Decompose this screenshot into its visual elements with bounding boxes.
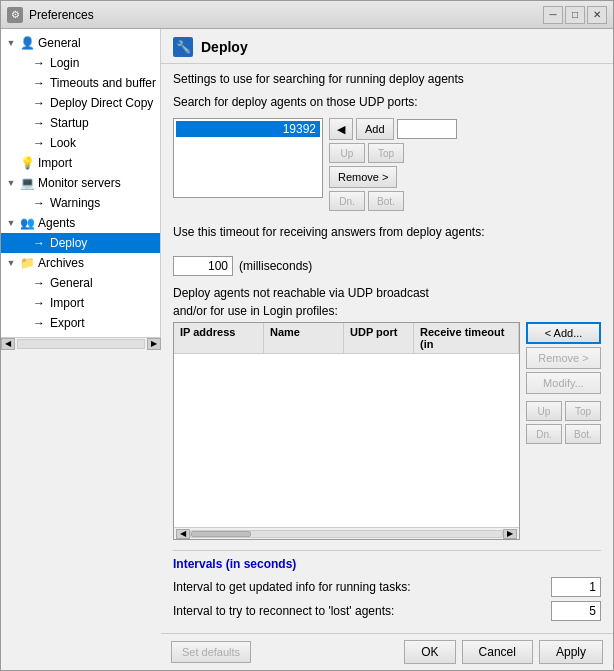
port-bot-btn[interactable]: Bot. [368, 191, 404, 211]
deploy-direct-icon: → [31, 95, 47, 111]
timeout-input[interactable] [173, 256, 233, 276]
agent-up-btn[interactable]: Up [526, 401, 562, 421]
intervals-section: Intervals (in seconds) Interval to get u… [173, 550, 601, 625]
arch-import-icon: → [31, 295, 47, 311]
agent-table-container: IP address Name UDP port Receive timeout… [173, 322, 601, 540]
expander-arch-import [17, 297, 29, 309]
expander-timeouts [17, 77, 29, 89]
interval2-input[interactable] [551, 601, 601, 621]
sidebar-scroll-right-btn[interactable]: ▶ [147, 338, 161, 350]
col-header-name[interactable]: Name [264, 323, 344, 353]
agent-nav-bottom-row: Dn. Bot. [526, 424, 601, 444]
remove-row: Remove > [329, 166, 457, 188]
sidebar-scroll-left-btn[interactable]: ◀ [1, 338, 15, 350]
modify-agent-btn[interactable]: Modify... [526, 372, 601, 394]
timeout-unit-label: (milliseconds) [239, 259, 312, 273]
sidebar-label-timeouts: Timeouts and buffer [50, 76, 156, 90]
sidebar-label-warnings: Warnings [50, 196, 100, 210]
sidebar-item-general[interactable]: ▼ 👤 General [1, 33, 160, 53]
port-up-btn[interactable]: Up [329, 143, 365, 163]
timeout-input-row: (milliseconds) [173, 256, 601, 276]
sidebar-item-timeouts[interactable]: → Timeouts and buffer [1, 73, 160, 93]
table-body[interactable] [174, 354, 519, 527]
title-bar-icon: ⚙ [7, 7, 23, 23]
agent-top-btn[interactable]: Top [565, 401, 601, 421]
close-button[interactable]: ✕ [587, 6, 607, 24]
add-port-btn[interactable]: Add [356, 118, 394, 140]
port-item[interactable]: 19392 [176, 121, 320, 137]
sidebar-item-login[interactable]: → Login [1, 53, 160, 73]
agent-nav-top-row: Up Top [526, 401, 601, 421]
intervals-title: Intervals (in seconds) [173, 557, 601, 571]
interval1-label: Interval to get updated info for running… [173, 580, 410, 594]
sidebar-item-arch-general[interactable]: → General [1, 273, 160, 293]
expander-arch-general [17, 277, 29, 289]
general-icon: 👤 [19, 35, 35, 51]
sidebar-scroll-track[interactable] [17, 339, 145, 349]
startup-icon: → [31, 115, 47, 131]
sidebar-item-look[interactable]: → Look [1, 133, 160, 153]
port-top-btn[interactable]: Top [368, 143, 404, 163]
set-defaults-btn[interactable]: Set defaults [171, 641, 251, 663]
sidebar: ▼ 👤 General → Login → Timeouts and buffe… [1, 29, 161, 337]
timeouts-icon: → [31, 75, 47, 91]
ports-list-container: 19392 [173, 118, 323, 211]
udp-label: Search for deploy agents on those UDP po… [173, 95, 601, 109]
agent-table: IP address Name UDP port Receive timeout… [173, 322, 520, 540]
sidebar-label-arch-general: General [50, 276, 93, 290]
remove-port-btn[interactable]: Remove > [329, 166, 397, 188]
sidebar-item-deploy-direct[interactable]: → Deploy Direct Copy [1, 93, 160, 113]
expander-monitor: ▼ [5, 177, 17, 189]
col-header-port[interactable]: UDP port [344, 323, 414, 353]
cancel-btn[interactable]: Cancel [462, 640, 533, 664]
apply-btn[interactable]: Apply [539, 640, 603, 664]
sidebar-item-deploy[interactable]: → Deploy [1, 233, 160, 253]
sidebar-item-agents[interactable]: ▼ 👥 Agents [1, 213, 160, 233]
agent-bot-btn[interactable]: Bot. [565, 424, 601, 444]
scroll-track[interactable] [190, 530, 503, 538]
agents-icon: 👥 [19, 215, 35, 231]
interval1-row: Interval to get updated info for running… [173, 577, 601, 597]
new-port-input[interactable] [397, 119, 457, 139]
port-dn-btn[interactable]: Dn. [329, 191, 365, 211]
sidebar-item-warnings[interactable]: → Warnings [1, 193, 160, 213]
title-bar-controls: ─ □ ✕ [543, 6, 607, 24]
ports-list[interactable]: 19392 [173, 118, 323, 198]
remove-agent-btn[interactable]: Remove > [526, 347, 601, 369]
sidebar-label-import: Import [38, 156, 72, 170]
port-left-arrow-btn[interactable]: ◀ [329, 118, 353, 140]
table-scrollbar[interactable]: ◀ ▶ [174, 527, 519, 539]
sidebar-label-monitor: Monitor servers [38, 176, 121, 190]
port-controls: ◀ Add Up Top Remove > Dn. [329, 118, 457, 211]
maximize-button[interactable]: □ [565, 6, 585, 24]
sidebar-item-arch-import[interactable]: → Import [1, 293, 160, 313]
ok-btn[interactable]: OK [404, 640, 455, 664]
scroll-left-btn[interactable]: ◀ [176, 529, 190, 539]
deploy-icon: → [31, 235, 47, 251]
agent-dn-btn[interactable]: Dn. [526, 424, 562, 444]
sidebar-item-import[interactable]: 💡 Import [1, 153, 160, 173]
col-header-ip[interactable]: IP address [174, 323, 264, 353]
monitor-icon: 💻 [19, 175, 35, 191]
add-agent-btn[interactable]: < Add... [526, 322, 601, 344]
sidebar-item-startup[interactable]: → Startup [1, 113, 160, 133]
agent-table-section: Deploy agents not reachable via UDP broa… [173, 286, 601, 540]
sidebar-item-archives[interactable]: ▼ 📁 Archives [1, 253, 160, 273]
col-header-recv[interactable]: Receive timeout (in [414, 323, 519, 353]
sidebar-label-arch-export: Export [50, 316, 85, 330]
sidebar-item-arch-export[interactable]: → Export [1, 313, 160, 333]
interval1-input[interactable] [551, 577, 601, 597]
archives-icon: 📁 [19, 255, 35, 271]
agent-nav: Up Top Dn. Bot. [526, 401, 601, 444]
agent-controls: < Add... Remove > Modify... Up Top Dn. [526, 322, 601, 540]
sidebar-item-monitor[interactable]: ▼ 💻 Monitor servers [1, 173, 160, 193]
right-panel: 🔧 Deploy Settings to use for searching f… [161, 29, 613, 670]
scroll-thumb[interactable] [191, 531, 251, 537]
bottom-bar: Set defaults OK Cancel Apply [161, 633, 613, 670]
expander-arch-export [17, 317, 29, 329]
minimize-button[interactable]: ─ [543, 6, 563, 24]
timeout-section: Use this timeout for receiving answers f… [173, 225, 601, 242]
expander-import [5, 157, 17, 169]
panel-body: Settings to use for searching for runnin… [161, 64, 613, 633]
scroll-right-btn[interactable]: ▶ [503, 529, 517, 539]
